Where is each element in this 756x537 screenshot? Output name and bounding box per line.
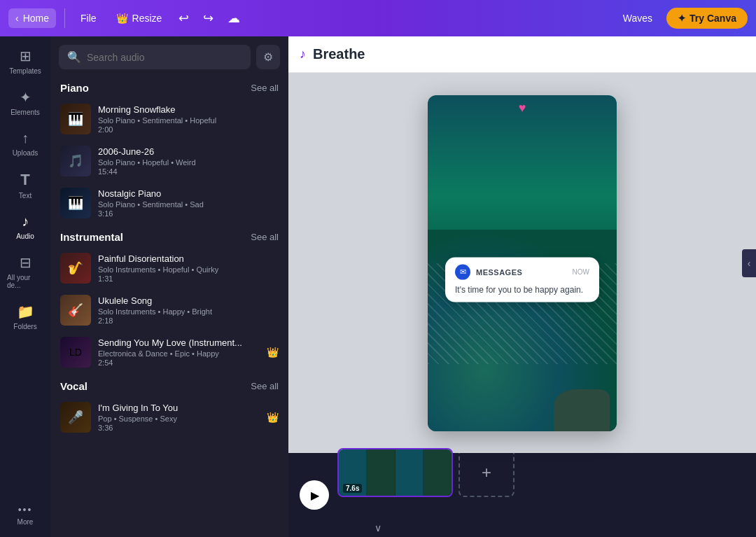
- canvas-content: ♥ ✉ MESSAGES NOW It's time for you to be…: [288, 73, 756, 453]
- thumb-frame: [396, 449, 424, 496]
- instrumental-see-all-button[interactable]: See all: [251, 232, 279, 242]
- audio-duration: 2:00: [98, 125, 279, 134]
- audio-thumb: 🎷: [60, 253, 91, 284]
- thumb-icon: LD: [60, 337, 91, 368]
- sidebar-item-more[interactable]: ••• More: [3, 498, 48, 531]
- piano-see-all-button[interactable]: See all: [251, 83, 279, 93]
- audio-duration: 2:54: [98, 358, 260, 367]
- audio-item-sending-love[interactable]: LD Sending You My Love (Instrument... El…: [56, 331, 283, 373]
- templates-icon: ⊞: [20, 48, 31, 64]
- audio-thumb: 🎤: [60, 402, 91, 433]
- play-button[interactable]: ▶: [300, 480, 329, 510]
- audio-item-painful-disorientation[interactable]: 🎷 Painful Disorientation Solo Instrument…: [56, 247, 283, 289]
- audio-thumb: 🎸: [60, 295, 91, 326]
- search-input[interactable]: [87, 52, 242, 63]
- audio-panel: 🔍 ⚙ Piano See all 🎹 Morning Snowflake So…: [50, 36, 288, 537]
- audio-thumb: 🎹: [60, 188, 91, 218]
- audio-icon: ♪: [22, 214, 29, 230]
- more-icon: •••: [18, 504, 33, 515]
- notification-text: It's time for you to be happy again.: [455, 284, 589, 295]
- panel-collapse-handle[interactable]: ‹: [742, 249, 756, 277]
- vocal-see-all-button[interactable]: See all: [251, 381, 279, 391]
- crown-icon: 👑: [116, 13, 128, 24]
- timeline: ▶ 7.6s +: [288, 453, 756, 537]
- filter-icon: ⚙: [263, 51, 273, 63]
- sidebar-item-elements[interactable]: ✦ Elements: [3, 83, 48, 122]
- audio-duration: 15:44: [98, 167, 279, 176]
- audio-thumb: 🎵: [60, 146, 91, 176]
- main-area: ⊞ Templates ✦ Elements ↑ Uploads T Text …: [0, 36, 756, 537]
- thumb-icon: 🎷: [60, 253, 91, 284]
- vocal-section-title: Vocal: [60, 380, 88, 392]
- designs-icon: ⊟: [20, 254, 31, 271]
- canvas-title: Breathe: [313, 46, 365, 62]
- plus-icon: +: [482, 463, 491, 482]
- search-area: 🔍 ⚙: [50, 36, 288, 75]
- thumb-frame: [367, 449, 395, 496]
- home-button[interactable]: ‹ Home: [8, 8, 56, 28]
- notification-header: ✉ MESSAGES NOW: [455, 264, 589, 279]
- canvas-title-icon: ♪: [300, 47, 306, 62]
- audio-info: I'm Giving In To You Pop • Suspense • Se…: [98, 403, 260, 432]
- elements-icon: ✦: [20, 89, 31, 106]
- timeline-video-track[interactable]: 7.6s: [337, 448, 453, 497]
- sidebar-item-templates[interactable]: ⊞ Templates: [3, 42, 48, 81]
- audio-meta: Solo Instruments • Happy • Bright: [98, 307, 279, 316]
- thumb-icon: 🎤: [60, 402, 91, 433]
- thumb-icon: 🎸: [60, 295, 91, 326]
- audio-item-giving-in[interactable]: 🎤 I'm Giving In To You Pop • Suspense • …: [56, 396, 283, 438]
- audio-title: Painful Disorientation: [98, 253, 279, 264]
- audio-info: Morning Snowflake Solo Piano • Sentiment…: [98, 104, 279, 134]
- audio-title: 2006-June-26: [98, 146, 279, 157]
- sidebar-item-uploads[interactable]: ↑ Uploads: [3, 125, 48, 162]
- audio-meta: Solo Piano • Sentimental • Sad: [98, 200, 279, 209]
- audio-item-morning-snowflake[interactable]: 🎹 Morning Snowflake Solo Piano • Sentime…: [56, 98, 283, 140]
- audio-meta: Electronica & Dance • Epic • Happy: [98, 349, 260, 358]
- audio-duration: 3:16: [98, 209, 279, 218]
- piano-section-title: Piano: [60, 82, 89, 94]
- add-clip-button[interactable]: +: [458, 448, 514, 497]
- icon-sidebar: ⊞ Templates ✦ Elements ↑ Uploads T Text …: [0, 36, 50, 537]
- audio-thumb: 🎹: [60, 104, 91, 134]
- redo-button[interactable]: ↪: [199, 6, 218, 30]
- audio-info: 2006-June-26 Solo Piano • Hopeful • Weir…: [98, 146, 279, 176]
- premium-crown-icon: 👑: [267, 412, 279, 423]
- cloud-button[interactable]: ☁: [223, 6, 244, 30]
- notification-time: NOW: [573, 268, 589, 276]
- thumb-icon: 🎹: [60, 104, 91, 134]
- topbar: ‹ Home File 👑 Resize ↩ ↪ ☁ Waves ✦ Try C…: [0, 0, 756, 36]
- sidebar-item-folders[interactable]: 📁 Folders: [3, 298, 48, 336]
- thumb-icon: 🎹: [60, 188, 91, 218]
- chevron-left-icon: ‹: [15, 13, 19, 24]
- sidebar-item-audio[interactable]: ♪ Audio: [3, 208, 48, 246]
- audio-meta: Solo Piano • Hopeful • Weird: [98, 158, 279, 167]
- scroll-handle[interactable]: ∨: [374, 522, 382, 534]
- audio-info: Ukulele Song Solo Instruments • Happy • …: [98, 295, 279, 325]
- folder-icon: 📁: [17, 303, 34, 320]
- canvas-area: ♪ Breathe ♥ ✉ MESSAGES NOW It's time f: [288, 36, 756, 537]
- undo-button[interactable]: ↩: [174, 6, 193, 30]
- premium-crown-icon: 👑: [267, 347, 279, 358]
- file-button[interactable]: File: [74, 8, 104, 28]
- audio-item-2006-june-26[interactable]: 🎵 2006-June-26 Solo Piano • Hopeful • We…: [56, 140, 283, 182]
- star-icon: ✦: [678, 13, 686, 24]
- audio-title: Nostalgic Piano: [98, 188, 279, 199]
- try-canva-button[interactable]: ✦ Try Canva: [666, 8, 748, 29]
- thumb-icon: 🎵: [60, 146, 91, 176]
- sidebar-item-all-designs[interactable]: ⊟ All your de...: [3, 249, 48, 295]
- audio-info: Painful Disorientation Solo Instruments …: [98, 253, 279, 283]
- audio-meta: Pop • Suspense • Sexy: [98, 414, 260, 423]
- audio-item-ukulele-song[interactable]: 🎸 Ukulele Song Solo Instruments • Happy …: [56, 289, 283, 331]
- audio-duration: 2:18: [98, 316, 279, 325]
- heart-icon: ♥: [519, 101, 526, 116]
- sidebar-item-text[interactable]: T Text: [3, 165, 48, 205]
- canvas-header: ♪ Breathe: [288, 36, 756, 73]
- resize-button[interactable]: 👑 Resize: [109, 8, 169, 28]
- search-box: 🔍: [59, 45, 251, 69]
- filter-button[interactable]: ⚙: [256, 45, 280, 69]
- audio-item-nostalgic-piano[interactable]: 🎹 Nostalgic Piano Solo Piano • Sentiment…: [56, 182, 283, 224]
- audio-thumb: LD: [60, 337, 91, 368]
- audio-info: Nostalgic Piano Solo Piano • Sentimental…: [98, 188, 279, 218]
- chevron-left-icon: ‹: [748, 258, 751, 269]
- text-icon: T: [20, 171, 29, 189]
